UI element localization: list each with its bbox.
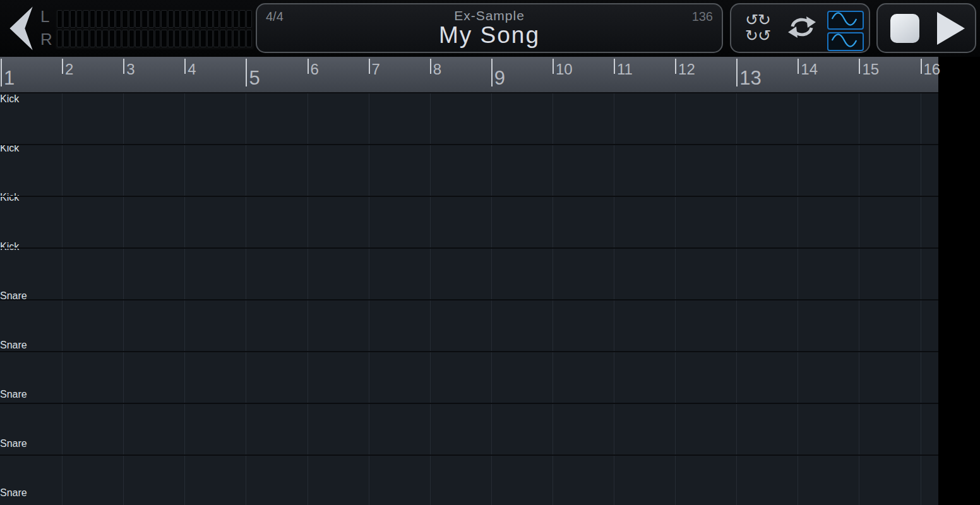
top-toolbar: L R 4/4 Ex-Sample My Song 136 ↺↻↻↺ — [0, 0, 980, 57]
meter-segment — [188, 30, 193, 47]
track-row — [0, 197, 938, 249]
ruler-tick — [736, 59, 738, 86]
ruler-tick — [675, 59, 676, 74]
playhead[interactable] — [0, 93, 2, 505]
meter-segment — [135, 10, 141, 28]
meter-segment — [116, 10, 121, 28]
track-row — [0, 300, 938, 352]
meter-segment — [174, 30, 180, 47]
ruler-tick — [308, 59, 309, 74]
ruler-bar-number: 13 — [739, 67, 761, 90]
meter-row — [57, 30, 253, 47]
meter-segment — [141, 30, 147, 47]
back-arrow-icon — [5, 4, 38, 53]
ruler-bar-number: 9 — [494, 67, 505, 90]
track-row — [0, 93, 938, 145]
track-row — [0, 145, 938, 197]
meter-segment — [233, 10, 239, 28]
ruler-bar-number: 7 — [372, 61, 380, 78]
ruler-tick — [123, 59, 124, 74]
ruler-tick — [798, 59, 799, 74]
meter-segment — [141, 10, 147, 28]
meter-segment — [102, 30, 108, 47]
ruler-tick — [184, 59, 186, 74]
meter-segment — [207, 30, 213, 47]
meter-segment — [213, 30, 219, 47]
ruler-bar-number: 15 — [862, 61, 879, 78]
meter-segment — [239, 30, 245, 47]
meter-segment — [181, 10, 186, 28]
meter-segment — [70, 30, 76, 47]
meter-segment — [109, 10, 115, 28]
meter-segment — [155, 10, 160, 28]
meter-segment — [83, 30, 88, 47]
waveform-icon-top — [827, 11, 864, 30]
meter-segment — [246, 30, 252, 47]
meter-segment — [135, 30, 141, 47]
ruler-tick — [859, 59, 860, 74]
meter-segment — [181, 30, 186, 47]
ruler-bar-number: 6 — [311, 61, 319, 78]
meter-segment — [70, 10, 76, 28]
meter-segment — [57, 10, 63, 28]
meter-segment — [213, 10, 219, 28]
sample-name: Ex-Sample — [257, 8, 722, 23]
meter-segment — [102, 10, 108, 28]
ruler-bar-number: 3 — [126, 61, 134, 78]
meter-segment — [63, 10, 69, 28]
ruler-tick — [369, 59, 370, 74]
meter-segment — [220, 30, 225, 47]
arrange-area[interactable]: KickKickKickKickSnareSnareSnareSnareSnar… — [0, 93, 938, 505]
stop-button[interactable] — [890, 14, 919, 43]
meter-segment — [90, 10, 95, 28]
bar-ruler[interactable]: 12345678910111213141516 — [0, 57, 938, 93]
meter-left-label: L — [40, 4, 54, 27]
meter-segment — [239, 10, 245, 28]
meter-segment — [96, 10, 102, 28]
meter-segment — [174, 10, 180, 28]
track-row — [0, 352, 938, 404]
tempo-value: 136 — [692, 9, 713, 24]
meter-segment — [227, 30, 232, 47]
ruler-tick — [553, 59, 554, 74]
play-button[interactable] — [937, 12, 965, 45]
meter-segment — [96, 30, 102, 47]
ruler-bar-number: 8 — [433, 61, 441, 78]
meter-segment — [76, 30, 82, 47]
track-row — [0, 249, 938, 300]
meter-segment — [188, 10, 193, 28]
meter-segment — [168, 10, 174, 28]
song-title: My Song — [257, 22, 722, 49]
meter-segment — [122, 10, 128, 28]
ruler-tick — [614, 59, 615, 74]
back-button[interactable] — [5, 4, 38, 53]
meter-segment — [161, 30, 167, 47]
waveform-sync-button[interactable] — [827, 11, 864, 54]
repeat-icon[interactable] — [787, 13, 817, 44]
ruler-tick — [246, 59, 247, 86]
meter-segment — [129, 30, 134, 47]
meter-segment — [63, 30, 69, 47]
meter-segment — [76, 10, 82, 28]
meter-right-label: R — [40, 27, 54, 49]
meter-segment — [155, 30, 160, 47]
waveform-icon-bottom — [827, 32, 864, 51]
loop-controls-panel: ↺↻↻↺ — [730, 3, 870, 53]
ruler-bar-number: 4 — [188, 61, 196, 78]
meter-segment — [194, 30, 200, 47]
ruler-bar-number: 14 — [801, 61, 818, 78]
ruler-bar-number: 1 — [4, 67, 15, 90]
ruler-tick — [491, 59, 493, 86]
meter-segment — [57, 30, 63, 47]
song-title-box[interactable]: 4/4 Ex-Sample My Song 136 — [256, 3, 723, 53]
meter-segment — [200, 10, 206, 28]
meter-segment — [220, 10, 225, 28]
ruler-bar-number: 2 — [65, 61, 73, 78]
track-row — [0, 456, 938, 505]
pattern-loop-icon[interactable]: ↺↻↻↺ — [740, 12, 775, 45]
ruler-bar-number: 10 — [556, 61, 573, 78]
meter-segment — [200, 30, 206, 47]
ruler-bar-number: 16 — [924, 61, 941, 78]
meter-segment — [246, 10, 252, 28]
meter-segment — [83, 10, 88, 28]
